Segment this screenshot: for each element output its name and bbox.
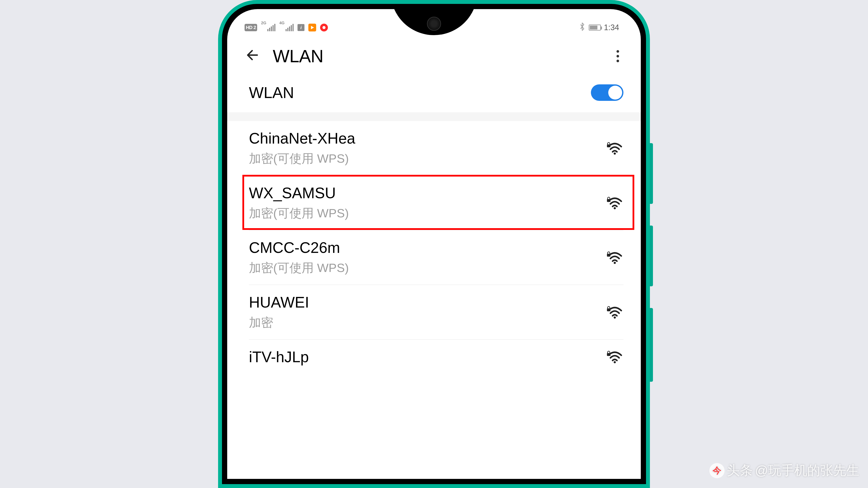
wifi-signal-icon [606, 251, 623, 264]
wifi-network-item[interactable]: iTV-hJLp [249, 339, 623, 374]
wlan-toggle-label: WLAN [249, 84, 294, 101]
watermark-icon: 今 [709, 463, 724, 478]
info-icon: i [298, 24, 305, 31]
wlan-toggle-row[interactable]: WLAN [227, 73, 641, 112]
svg-point-8 [614, 361, 616, 363]
svg-rect-3 [607, 199, 611, 202]
wifi-network-detail: 加密 [249, 315, 309, 331]
wifi-network-item[interactable]: WX_SAMSU 加密(可使用 WPS) [245, 175, 634, 230]
battery-icon [589, 25, 601, 31]
svg-rect-5 [607, 254, 611, 257]
wifi-network-detail: 加密(可使用 WPS) [249, 260, 349, 276]
wifi-signal-icon [606, 196, 623, 209]
wifi-signal-icon [606, 351, 623, 363]
wifi-network-item[interactable]: CMCC-C26m 加密(可使用 WPS) [249, 230, 623, 285]
front-camera [427, 17, 441, 31]
hd-badge: HD 2 [245, 24, 257, 31]
record-icon [320, 24, 328, 31]
section-divider [227, 112, 641, 121]
wifi-network-name: ChinaNet-XHea [249, 130, 355, 147]
back-button[interactable] [245, 47, 260, 65]
network-list: ChinaNet-XHea 加密(可使用 WPS) WX_SAMSU 加密(可使… [227, 121, 641, 374]
status-time: 1:34 [604, 23, 619, 32]
svg-point-2 [614, 207, 616, 209]
app-header: WLAN [227, 37, 641, 73]
wifi-network-name: WX_SAMSU [249, 184, 349, 202]
wifi-network-name: CMCC-C26m [249, 239, 349, 256]
wifi-network-name: HUAWEI [249, 294, 309, 311]
wifi-network-detail: 加密(可使用 WPS) [249, 205, 349, 222]
wifi-network-detail: 加密(可使用 WPS) [249, 151, 355, 167]
bluetooth-icon [579, 22, 586, 33]
svg-point-4 [614, 262, 616, 264]
wifi-network-item[interactable]: HUAWEI 加密 [249, 285, 623, 339]
wifi-network-item[interactable]: ChinaNet-XHea 加密(可使用 WPS) [249, 121, 623, 175]
svg-point-6 [614, 317, 616, 319]
wlan-toggle-switch[interactable] [591, 85, 623, 101]
svg-rect-7 [607, 308, 611, 311]
phone-frame: HD 2 2G 4G i [218, 0, 650, 488]
page-title: WLAN [273, 46, 323, 66]
watermark: 今 头条 @玩手机的张先生 [709, 462, 859, 479]
svg-point-0 [614, 153, 616, 155]
wifi-signal-icon [606, 306, 623, 319]
svg-rect-1 [607, 144, 611, 147]
signal-4g-icon: 4G [279, 24, 293, 31]
screen: HD 2 2G 4G i [227, 9, 641, 479]
watermark-prefix: 头条 [727, 462, 753, 479]
watermark-handle: @玩手机的张先生 [755, 462, 859, 479]
svg-rect-9 [607, 353, 611, 356]
more-options-button[interactable] [617, 50, 623, 62]
signal-2g-icon: 2G [261, 24, 275, 31]
media-app-icon [308, 24, 316, 31]
wifi-signal-icon [606, 142, 623, 155]
phone-side-buttons [650, 143, 653, 403]
wifi-network-name: iTV-hJLp [249, 348, 309, 366]
